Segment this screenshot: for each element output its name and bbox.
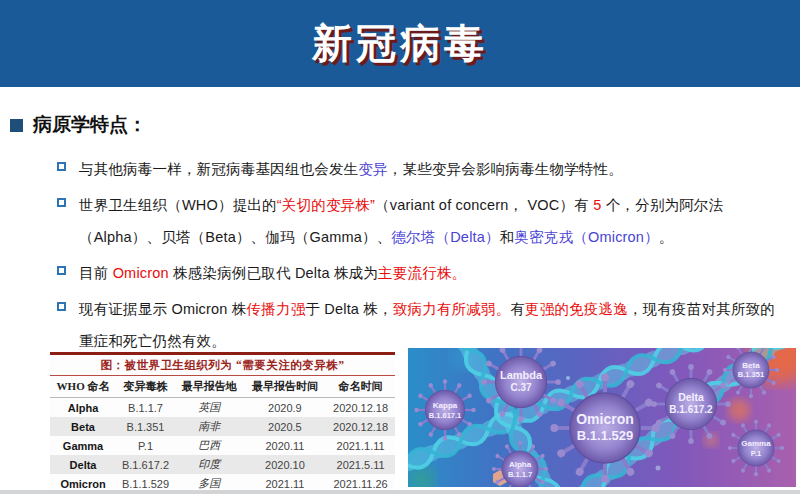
cell-lineage: B.1.1.7: [116, 398, 175, 418]
bullet-list: 与其他病毒一样，新冠病毒基因组也会发生变异，某些变异会影响病毒生物学特性。 世界…: [57, 153, 779, 357]
virus-label-lineage: B.1.617.1: [429, 411, 462, 420]
cell-place: 南非: [175, 417, 244, 436]
cell-lineage: P.1: [116, 436, 175, 455]
cell-named-date: 2020.12.18: [326, 417, 395, 436]
col-header: 最早报告地: [175, 376, 244, 398]
bottom-panel: 图：被世界卫生组织列为 “需要关注的变异株” WHO 命名 变异毒株 最早报告地…: [0, 348, 800, 494]
cell-place: 巴西: [175, 436, 244, 455]
virus-label-lineage: B.1.1.7: [508, 470, 532, 479]
col-header: 命名时间: [326, 376, 395, 398]
virus-label-lineage: B.1.1.529: [577, 428, 633, 443]
virus-label-lineage: B.1.617.2: [669, 404, 713, 415]
virus-label-lineage: C.37: [510, 382, 532, 393]
cell-named-date: 2021.5.11: [326, 455, 395, 474]
table-row: Delta B.1.617.2 印度 2020.10 2021.5.11: [50, 455, 395, 474]
cell-who-name: Gamma: [50, 436, 116, 455]
cell-named-date: 2021.1.11: [326, 436, 395, 455]
variant-table: 图：被世界卫生组织列为 “需要关注的变异株” WHO 命名 变异毒株 最早报告地…: [50, 352, 395, 494]
virus-label-name: Beta: [742, 361, 760, 370]
section-heading: 病原学特点：: [10, 113, 800, 137]
bullet-item: 世界卫生组织（WHO）提出的“关切的变异株”（variant of concer…: [57, 189, 779, 253]
cell-lineage: B.1.351: [116, 417, 175, 436]
cell-lineage: B.1.617.2: [116, 455, 175, 474]
cell-report-date: 2020.9: [244, 398, 326, 418]
table-row: Omicron B.1.1.529 多国 2021.11 2021.11.26: [50, 474, 395, 493]
cell-who-name: Delta: [50, 455, 116, 474]
section-heading-text: 病原学特点：: [33, 112, 147, 138]
dot: [566, 376, 570, 380]
slide-title: 新冠病毒: [312, 16, 488, 71]
title-banner: 新冠病毒: [0, 0, 800, 87]
table-row: Gamma P.1 巴西 2020.11 2021.1.11: [50, 436, 395, 455]
table-row: Beta B.1.351 南非 2020.5 2020.12.18: [50, 417, 395, 436]
virus-variants-illustration: Kappa B.1.617.1 Lambda C.37 Alpha B.1.1.…: [408, 348, 796, 487]
cell-report-date: 2020.10: [244, 455, 326, 474]
hollow-square-bullet-icon: [57, 302, 66, 311]
cell-who-name: Beta: [50, 417, 116, 436]
variant-table-title: 图：被世界卫生组织列为 “需要关注的变异株”: [50, 355, 395, 376]
virus-label-name: Gamma: [741, 439, 771, 448]
virus-label-name: Kappa: [433, 401, 458, 410]
bullet-text: 世界卫生组织（WHO）提出的“关切的变异株”（variant of concer…: [79, 189, 779, 253]
virus-label-name: Lambda: [500, 369, 543, 381]
cell-place: 英国: [175, 398, 244, 418]
table-header-row: WHO 命名 变异毒株 最早报告地 最早报告时间 命名时间: [50, 376, 395, 398]
cell-report-date: 2020.11: [244, 436, 326, 455]
col-header: 变异毒株: [116, 376, 175, 398]
bullet-text: 目前 Omicron 株感染病例已取代 Delta 株成为主要流行株。: [79, 257, 466, 289]
virus-label-name: Delta: [678, 391, 704, 403]
col-header: 最早报告时间: [244, 376, 326, 398]
virus-illustration-svg: Kappa B.1.617.1 Lambda C.37 Alpha B.1.1.…: [408, 348, 796, 487]
cell-place: 多国: [175, 474, 244, 493]
bullet-item: 与其他病毒一样，新冠病毒基因组也会发生变异，某些变异会影响病毒生物学特性。: [57, 153, 779, 185]
dot: [656, 466, 661, 471]
cell-named-date: 2021.11.26: [326, 474, 395, 493]
table-row: Alpha B.1.1.7 英国 2020.9 2020.12.18: [50, 398, 395, 418]
hollow-square-bullet-icon: [57, 266, 66, 275]
virus-label-lineage: P.1: [751, 449, 761, 458]
cell-place: 印度: [175, 455, 244, 474]
bullet-item: 目前 Omicron 株感染病例已取代 Delta 株成为主要流行株。: [57, 257, 779, 289]
hollow-square-bullet-icon: [57, 162, 66, 171]
col-header: WHO 命名: [50, 376, 116, 398]
virus-label-name: Omicron: [576, 411, 634, 427]
orange-dot: [728, 399, 750, 421]
cell-report-date: 2020.5: [244, 417, 326, 436]
cell-who-name: Alpha: [50, 398, 116, 418]
cell-lineage: B.1.1.529: [116, 474, 175, 493]
variant-table-grid: WHO 命名 变异毒株 最早报告地 最早报告时间 命名时间 Alpha B.1.…: [50, 376, 395, 493]
cell-report-date: 2021.11: [244, 474, 326, 493]
slide: 新冠病毒 病原学特点： 与其他病毒一样，新冠病毒基因组也会发生变异，某些变异会影…: [0, 0, 800, 494]
cell-named-date: 2020.12.18: [326, 398, 395, 418]
virus-label-lineage: B.1.351: [738, 370, 764, 379]
filled-square-bullet-icon: [10, 119, 23, 132]
bullet-text: 与其他病毒一样，新冠病毒基因组也会发生变异，某些变异会影响病毒生物学特性。: [79, 153, 623, 185]
virus-label-name: Alpha: [509, 460, 532, 469]
cell-who-name: Omicron: [50, 474, 116, 493]
hollow-square-bullet-icon: [57, 198, 66, 207]
